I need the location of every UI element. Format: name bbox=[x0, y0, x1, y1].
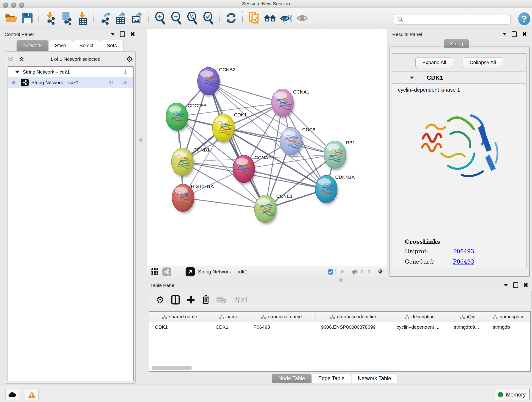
warning-button[interactable] bbox=[25, 389, 39, 400]
add-column-icon[interactable] bbox=[187, 295, 195, 304]
tab-network-table[interactable]: Network Table bbox=[351, 374, 398, 383]
horizontal-scrollbar[interactable] bbox=[152, 366, 192, 370]
column-header-description[interactable]: description bbox=[391, 312, 448, 322]
column-header-namespace[interactable]: namespace bbox=[487, 312, 530, 322]
column-header--id[interactable]: @id bbox=[448, 312, 487, 322]
network-node-CCNE1[interactable]: CCNE1 bbox=[254, 193, 293, 225]
expand-all-button[interactable]: Expand All bbox=[415, 57, 453, 68]
export-image-button[interactable] bbox=[131, 11, 144, 25]
cloud-button[interactable] bbox=[5, 389, 19, 400]
expand-all-icon[interactable] bbox=[19, 56, 25, 62]
table-cell[interactable]: stringdb:9... bbox=[448, 324, 487, 330]
export-image-icon bbox=[131, 12, 144, 25]
birdseye-view-icon[interactable]: ⌖ bbox=[377, 266, 383, 276]
delete-column-icon[interactable] bbox=[202, 295, 210, 305]
float-panel-icon[interactable] bbox=[513, 282, 518, 288]
table-cell[interactable]: stringdb bbox=[487, 324, 530, 330]
network-node-RB1[interactable]: RB1 bbox=[324, 140, 355, 171]
first-neighbors-button[interactable] bbox=[264, 11, 277, 25]
float-panel-icon[interactable] bbox=[512, 32, 517, 37]
zoom-out-button[interactable] bbox=[170, 11, 183, 25]
tab-edge-table[interactable]: Edge Table bbox=[312, 374, 351, 383]
close-panel-icon[interactable]: ✖ bbox=[130, 32, 135, 36]
table-options-gear-icon[interactable]: ⚙ bbox=[156, 296, 164, 304]
panel-menu-icon[interactable] bbox=[111, 33, 115, 36]
function-builder-icon[interactable]: f(x) bbox=[234, 295, 247, 304]
panel-menu-icon[interactable] bbox=[502, 33, 507, 36]
zoom-selected-button[interactable] bbox=[202, 11, 215, 25]
node-table: shared namenamecanonical namedatabase id… bbox=[149, 311, 531, 372]
network-node-CDC25B[interactable]: CDC25B bbox=[166, 103, 207, 133]
refresh-button[interactable] bbox=[225, 11, 238, 25]
search-input[interactable] bbox=[405, 15, 510, 23]
network-collection-row[interactable]: String Network – cdk1 1 bbox=[8, 67, 133, 77]
memory-button[interactable]: Memory bbox=[494, 389, 530, 400]
table-cell[interactable]: CDK1 bbox=[149, 324, 210, 330]
left-splitter-handle[interactable] bbox=[139, 138, 143, 142]
show-columns-icon[interactable] bbox=[171, 295, 180, 305]
column-header-name[interactable]: name bbox=[210, 312, 248, 322]
open-session-button[interactable] bbox=[5, 11, 18, 25]
table-cell[interactable]: cyclin–dependent ... bbox=[391, 324, 448, 330]
import-table-button[interactable] bbox=[76, 11, 89, 25]
network-node-CCNB1[interactable]: CCNB1 bbox=[171, 147, 210, 178]
network-canvas[interactable]: CCNB2CCNA1CDC25BCDK1CDC6RB1CCNB1CCNA2CDK… bbox=[147, 29, 387, 266]
bottom-splitter-handle[interactable] bbox=[339, 278, 342, 282]
collapse-all-button[interactable]: Collapse All bbox=[462, 57, 503, 68]
gene-section-header[interactable]: CDK1 bbox=[392, 72, 526, 84]
crosslink-link[interactable]: P06493 bbox=[453, 248, 474, 255]
selected-checkbox-icon[interactable] bbox=[328, 269, 333, 274]
table-cell[interactable]: P06493 bbox=[248, 324, 316, 330]
tab-string[interactable]: String bbox=[444, 39, 469, 48]
column-header-database-identifier[interactable]: database identifier bbox=[316, 312, 391, 322]
close-panel-icon[interactable]: ✖ bbox=[523, 283, 528, 287]
hidden-counts: 0 - 0 bbox=[361, 269, 370, 274]
network-row-selected[interactable]: String Network – cdk1 11 48 bbox=[8, 77, 133, 88]
column-header-canonical-name[interactable]: canonical name bbox=[248, 312, 316, 322]
tab-style[interactable]: Style bbox=[48, 40, 73, 51]
panel-menu-icon[interactable] bbox=[504, 284, 508, 287]
tab-node-table[interactable]: Node Table bbox=[272, 374, 312, 383]
tab-sets[interactable]: Sets bbox=[100, 40, 123, 51]
hidden-eye-icon[interactable] bbox=[351, 268, 360, 275]
network-node-CCNB2[interactable]: CCNB2 bbox=[197, 67, 235, 97]
string-view-icon[interactable] bbox=[162, 268, 171, 276]
import-network-database-button[interactable] bbox=[60, 11, 73, 25]
network-node-CDKN1A[interactable]: CDKN1A bbox=[315, 174, 355, 205]
network-node-CCNA2[interactable]: CCNA2 bbox=[233, 155, 271, 185]
zoom-fit-button[interactable] bbox=[186, 11, 199, 25]
table-cell[interactable]: CDK1 bbox=[210, 324, 248, 330]
hide-selected-button[interactable] bbox=[279, 11, 293, 25]
save-floppy-icon bbox=[22, 12, 33, 24]
show-all-button[interactable] bbox=[296, 11, 309, 25]
network-node-CDC6[interactable]: CDC6 bbox=[280, 127, 315, 157]
zoom-in-button[interactable] bbox=[153, 11, 167, 25]
save-session-button[interactable] bbox=[21, 11, 34, 25]
crosslink-link[interactable]: P06493 bbox=[453, 259, 474, 265]
copy-network-button[interactable] bbox=[247, 11, 261, 25]
tab-select[interactable]: Select bbox=[73, 40, 100, 51]
open-in-window-icon[interactable] bbox=[186, 267, 195, 276]
float-panel-icon[interactable] bbox=[120, 32, 125, 37]
tab-network[interactable]: Network bbox=[17, 40, 48, 51]
collapse-gene-icon[interactable] bbox=[410, 77, 414, 79]
node-label-CDKN1A: CDKN1A bbox=[335, 174, 355, 180]
help-button[interactable]: ? bbox=[518, 12, 530, 25]
network-options-gear-icon[interactable]: ⚙ bbox=[126, 56, 133, 63]
table-panel: Table Panel ✖ ⚙ f(x) shared na bbox=[148, 282, 532, 384]
zoom-out-icon bbox=[170, 12, 182, 25]
delete-table-icon[interactable] bbox=[216, 296, 227, 303]
grid-mode-icon[interactable] bbox=[151, 268, 159, 276]
table-row[interactable]: CDK1CDK1P064939606.ENSP00000378699cyclin… bbox=[149, 322, 530, 332]
network-node-CCNA1[interactable]: CCNA1 bbox=[272, 89, 309, 119]
export-table-button[interactable] bbox=[114, 11, 128, 25]
collapse-triangle-icon[interactable] bbox=[15, 70, 19, 73]
network-node-HIST1H1A[interactable]: HIST1H1A bbox=[172, 184, 214, 214]
table-cell[interactable]: 9606.ENSP00000378699 bbox=[316, 324, 391, 330]
close-panel-icon[interactable]: ✖ bbox=[522, 32, 527, 36]
eye-icon bbox=[296, 13, 308, 23]
column-header-shared-name[interactable]: shared name bbox=[149, 312, 210, 322]
collapse-all-icon[interactable] bbox=[7, 56, 13, 62]
import-network-file-button[interactable] bbox=[44, 11, 57, 25]
export-network-button[interactable] bbox=[99, 11, 112, 25]
